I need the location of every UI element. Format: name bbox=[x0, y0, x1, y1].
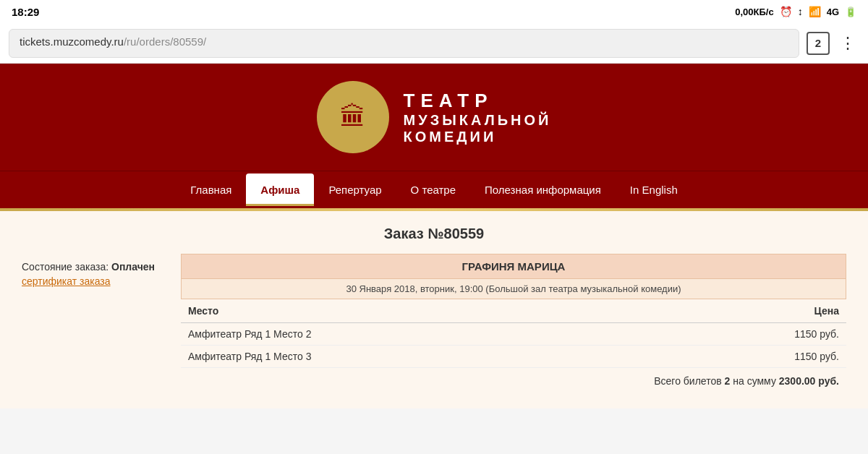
content-layout: Состояние заказа: Оплачен сертификат зак… bbox=[22, 254, 846, 394]
ticket-place: Амфитеатр Ряд 1 Место 2 bbox=[181, 323, 647, 346]
nav-item-afisha[interactable]: Афиша bbox=[246, 174, 314, 206]
nav-item-otheatre[interactable]: О театре bbox=[396, 174, 470, 206]
order-status-box: Состояние заказа: Оплачен сертификат зак… bbox=[22, 254, 166, 394]
col-price: Цена bbox=[647, 299, 846, 323]
logo-text: ТЕАТР МУЗЫКАЛЬНОЙ КОМЕДИИ bbox=[404, 90, 552, 145]
status-label: Состояние заказа: bbox=[22, 261, 109, 273]
order-details: ГРАФИНЯ МАРИЦА 30 Января 2018, вторник, … bbox=[181, 254, 846, 394]
logo-line1: ТЕАТР bbox=[404, 90, 552, 112]
status-value: Оплачен bbox=[111, 261, 155, 273]
logo-building-icon: 🏛 bbox=[340, 102, 366, 132]
url-path: /ru/orders/80559/ bbox=[124, 35, 206, 48]
total-row: Всего билетов 2 на сумму 2300.00 руб. bbox=[181, 368, 846, 394]
network-type: 4G bbox=[827, 7, 839, 17]
nav-item-english[interactable]: In English bbox=[616, 174, 692, 206]
nav-item-repertuar[interactable]: Репертуар bbox=[314, 174, 396, 206]
total-middle: на сумму bbox=[733, 375, 776, 387]
site-header: 🏛 ТЕАТР МУЗЫКАЛЬНОЙ КОМЕДИИ bbox=[0, 64, 868, 171]
url-bar[interactable]: tickets.muzcomedy.ru/ru/orders/80559/ bbox=[9, 29, 799, 58]
event-title: ГРАФИНЯ МАРИЦА bbox=[181, 254, 846, 279]
nav-item-glavnaya[interactable]: Главная bbox=[176, 174, 246, 206]
ticket-price: 1150 руб. bbox=[647, 323, 846, 346]
status-right: 0,00КБ/с ⏰ ↕ 📶 4G 🔋 bbox=[735, 6, 856, 17]
alarm-icon: ⏰ bbox=[780, 6, 792, 17]
sync-icon: ↕ bbox=[798, 6, 803, 17]
tickets-table: Место Цена Амфитеатр Ряд 1 Место 21150 р… bbox=[181, 299, 846, 368]
signal-icon: 📶 bbox=[809, 6, 821, 17]
more-button[interactable]: ⋮ bbox=[837, 34, 859, 53]
network-speed: 0,00КБ/с bbox=[735, 7, 773, 17]
table-row: Амфитеатр Ряд 1 Место 31150 руб. bbox=[181, 346, 846, 368]
order-title: Заказ №80559 bbox=[22, 226, 846, 242]
total-count: 2 bbox=[725, 375, 731, 387]
ticket-price: 1150 руб. bbox=[647, 346, 846, 368]
status-bar: 18:29 0,00КБ/с ⏰ ↕ 📶 4G 🔋 bbox=[0, 0, 868, 23]
total-prefix: Всего билетов bbox=[654, 375, 721, 387]
ticket-place: Амфитеатр Ряд 1 Место 3 bbox=[181, 346, 647, 368]
navigation: Главная Афиша Репертуар О театре Полезна… bbox=[0, 171, 868, 208]
event-date: 30 Января 2018, вторник, 19:00 (Большой … bbox=[181, 279, 846, 299]
logo-line3: КОМЕДИИ bbox=[404, 129, 552, 145]
cert-link[interactable]: сертификат заказа bbox=[22, 275, 166, 287]
total-amount: 2300.00 руб. bbox=[779, 375, 839, 387]
logo-line2: МУЗЫКАЛЬНОЙ bbox=[404, 112, 552, 129]
col-place: Место bbox=[181, 299, 647, 323]
time-display: 18:29 bbox=[12, 6, 39, 18]
battery-icon: 🔋 bbox=[845, 7, 856, 17]
main-content: Заказ №80559 Состояние заказа: Оплачен с… bbox=[0, 211, 868, 408]
tab-count[interactable]: 2 bbox=[807, 32, 830, 55]
address-bar: tickets.muzcomedy.ru/ru/orders/80559/ 2 … bbox=[0, 23, 868, 64]
nav-item-info[interactable]: Полезная информация bbox=[470, 174, 616, 206]
url-base: tickets.muzcomedy.ru bbox=[20, 35, 124, 48]
table-row: Амфитеатр Ряд 1 Место 21150 руб. bbox=[181, 323, 846, 346]
logo-circle: 🏛 bbox=[317, 81, 389, 153]
